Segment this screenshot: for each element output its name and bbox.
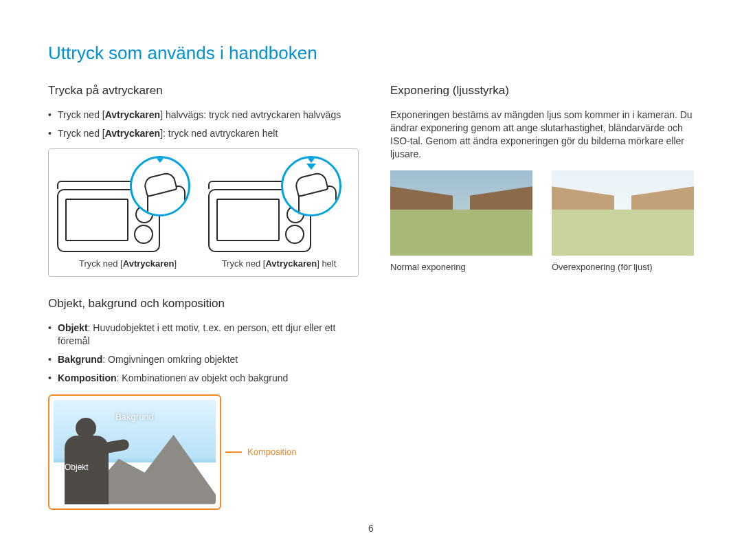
- exposure-paragraph: Exponeringen bestäms av mängden ljus som…: [390, 109, 694, 161]
- composition-illustration: Bakgrund Objekt: [54, 400, 216, 504]
- label-background: Bakgrund: [115, 411, 154, 423]
- composition-frame: Bakgrund Objekt: [48, 394, 221, 510]
- shutter-bullets: Tryck ned [Avtryckaren] halvvägs: tryck …: [48, 109, 359, 140]
- exposure-normal: Normal exponering: [390, 170, 532, 273]
- list-item: Tryck ned [Avtryckaren] halvvägs: tryck …: [48, 109, 359, 122]
- exposure-over: Överexponering (för ljust): [552, 170, 694, 273]
- list-item: Bakgrund: Omgivningen omkring objektet: [48, 353, 359, 366]
- label-object: Objekt: [65, 462, 89, 473]
- label-composition: Komposition: [247, 446, 297, 458]
- shutter-half-panel: Tryck ned [Avtryckaren]: [56, 157, 200, 270]
- caption-over: Överexponering (för ljust): [552, 261, 694, 273]
- camera-full-press-icon: [207, 157, 351, 254]
- caption-half: Tryck ned [Avtryckaren]: [79, 258, 177, 270]
- caption-full: Tryck ned [Avtryckaren] helt: [222, 258, 337, 270]
- left-column: Trycka på avtryckaren Tryck ned [Avtryck…: [48, 83, 359, 510]
- two-column-layout: Trycka på avtryckaren Tryck ned [Avtryck…: [48, 83, 694, 510]
- right-column: Exponering (ljusstyrka) Exponeringen bes…: [390, 83, 694, 510]
- composition-bullets: Objekt: Huvudobjektet i ett motiv, t.ex.…: [48, 322, 359, 385]
- section-heading-shutter: Trycka på avtryckaren: [48, 83, 359, 99]
- composition-figure-row: Bakgrund Objekt Komposition: [48, 394, 359, 510]
- photo-normal-exposure: [390, 170, 532, 256]
- photo-overexposure: [552, 170, 694, 256]
- callout-line-icon: [225, 451, 242, 453]
- camera-half-press-icon: [56, 157, 200, 254]
- section-heading-exposure: Exponering (ljusstyrka): [390, 83, 694, 99]
- shutter-illustration-box: Tryck ned [Avtryckaren]: [48, 148, 359, 278]
- list-item: Tryck ned [Avtryckaren]: tryck ned avtry…: [48, 127, 359, 140]
- page-number: 6: [48, 522, 694, 535]
- page-title: Uttryck som används i handboken: [48, 41, 694, 65]
- caption-normal: Normal exponering: [390, 261, 532, 273]
- section-heading-composition: Objekt, bakgrund och komposition: [48, 296, 359, 312]
- list-item: Objekt: Huvudobjektet i ett motiv, t.ex.…: [48, 322, 359, 348]
- shutter-full-panel: Tryck ned [Avtryckaren] helt: [207, 157, 351, 270]
- list-item: Komposition: Kombinationen av objekt och…: [48, 372, 359, 385]
- exposure-examples: Normal exponering Överexponering (för lj…: [390, 170, 694, 273]
